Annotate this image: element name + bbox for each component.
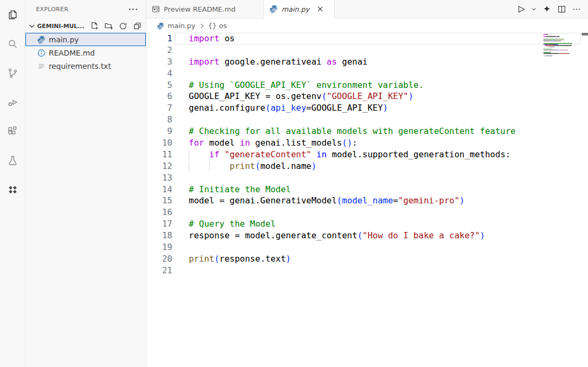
activity-bar-item-search[interactable] [0, 29, 25, 58]
line-number: 1 [146, 33, 172, 44]
line-number: 20 [146, 253, 172, 265]
code-line[interactable]: 4 [146, 68, 588, 79]
activity-bar-item-gemini-extension[interactable] [0, 175, 25, 204]
breadcrumb-file[interactable]: main.py [168, 22, 196, 30]
code-text: print(model.name) [189, 160, 317, 172]
testing-icon [6, 154, 19, 167]
code-text: import os [189, 33, 235, 44]
more-actions-icon[interactable]: ··· [128, 6, 138, 13]
code-line[interactable]: 21 [146, 265, 588, 276]
code-line[interactable]: 12 print(model.name) [146, 160, 588, 172]
breadcrumb: main.py {} os [146, 19, 588, 33]
code-text: # Initiate the Model [189, 184, 291, 195]
code-line[interactable]: 2 [146, 44, 588, 56]
explorer-sidebar: EXPLORER ··· GEMINI-MUL... main.pyREADME… [25, 0, 146, 367]
code-text: # Query the Model [189, 218, 276, 230]
code-line[interactable]: 13 [146, 172, 588, 184]
code-text: # Checking for all available models with… [189, 126, 516, 137]
file-label: requirements.txt [49, 62, 111, 70]
line-number: 12 [146, 160, 172, 172]
line-number: 3 [146, 56, 172, 68]
current-line-highlight [175, 33, 581, 44]
code-line[interactable]: 10for model in genai.list_models(): [146, 137, 588, 149]
tabs: Preview README.mdmain.py [146, 0, 335, 18]
activity-bar-item-run-debug[interactable] [0, 87, 25, 117]
tab-preview-readme-md[interactable]: Preview README.md [146, 0, 264, 18]
file-row-main-py[interactable]: main.py [25, 33, 146, 46]
code-line[interactable]: 1import os [146, 33, 588, 44]
sparkle-icon[interactable] [542, 4, 552, 14]
line-number: 7 [146, 102, 172, 114]
text-icon [37, 62, 46, 70]
code-text: genai.configure(api_key=GOOGLE_API_KEY) [189, 102, 388, 114]
code-line[interactable]: 5# Using `GOOGLE_API_KEY` environment va… [146, 79, 588, 91]
run-dropdown-icon[interactable] [531, 6, 537, 12]
code-line[interactable]: 7genai.configure(api_key=GOOGLE_API_KEY) [146, 102, 588, 114]
sidebar-title: EXPLORER [36, 6, 68, 13]
activity-bar-item-explorer[interactable] [0, 0, 25, 29]
line-number: 17 [146, 218, 172, 230]
activity-bar-item-source-control[interactable] [0, 58, 25, 87]
code-text: # Using `GOOGLE_API_KEY` environment var… [189, 79, 424, 91]
editor-group: Preview README.mdmain.py main.py {} os 1… [146, 0, 588, 367]
run-icon[interactable] [516, 4, 526, 14]
line-number: 5 [146, 79, 172, 91]
tab-label: main.py [282, 5, 310, 13]
line-number: 11 [146, 149, 172, 160]
run-debug-icon [6, 96, 19, 109]
code-text: import google.generativeai as genai [189, 56, 367, 68]
code-line[interactable]: 20print(response.text) [146, 253, 588, 265]
python-icon [269, 5, 278, 13]
code-line[interactable]: 14# Initiate the Model [146, 184, 588, 195]
code-line[interactable]: 19 [146, 241, 588, 253]
code-line[interactable]: 18response = model.generate_content("How… [146, 230, 588, 241]
info-icon [37, 49, 46, 57]
vscode-window: EXPLORER ··· GEMINI-MUL... main.pyREADME… [0, 0, 588, 367]
close-icon[interactable] [316, 5, 324, 13]
python-icon [157, 22, 164, 30]
line-number: 21 [146, 265, 172, 276]
code-text: GOOGLE_API_KEY = os.getenv("GOOGLE_API_K… [189, 91, 414, 102]
code-line[interactable]: 6GOOGLE_API_KEY = os.getenv("GOOGLE_API_… [146, 91, 588, 102]
code-line[interactable]: 15model = genai.GenerativeModel(model_na… [146, 195, 588, 207]
symbol-namespace-icon: {} [208, 22, 217, 30]
code-line[interactable]: 17# Query the Model [146, 218, 588, 230]
file-list: main.pyREADME.mdrequirements.txt [25, 33, 146, 73]
folder-name: GEMINI-MUL... [37, 23, 84, 30]
activity-bar [0, 0, 25, 367]
more-icon[interactable] [572, 4, 582, 14]
tab-label: Preview README.md [164, 5, 235, 13]
code-line[interactable]: 11 if "generateContent" in model.support… [146, 149, 588, 160]
code-line[interactable]: 9# Checking for all available models wit… [146, 126, 588, 137]
refresh-icon[interactable] [119, 22, 127, 30]
chevron-down-icon[interactable] [28, 22, 36, 30]
activity-bar-item-extensions[interactable] [0, 117, 25, 146]
collapse-all-icon[interactable] [133, 22, 142, 30]
gemini-extension-icon [6, 183, 19, 196]
code-lines: 1import os23import google.generativeai a… [146, 33, 588, 276]
section-actions [90, 22, 142, 30]
preview-icon [152, 5, 160, 13]
split-editor-icon[interactable] [557, 4, 567, 14]
overview-ruler-cursor [582, 33, 588, 35]
new-file-icon[interactable] [90, 22, 99, 30]
code-line[interactable]: 3import google.generativeai as genai [146, 56, 588, 68]
tab-main-py[interactable]: main.py [264, 0, 335, 18]
line-number: 18 [146, 230, 172, 241]
line-number: 15 [146, 195, 172, 207]
file-row-requirements-txt[interactable]: requirements.txt [25, 59, 146, 73]
extensions-icon [6, 125, 19, 138]
line-number: 13 [146, 172, 172, 184]
minimap-line [543, 57, 581, 58]
editor[interactable]: 1import os23import google.generativeai a… [146, 33, 588, 367]
folder-section-header[interactable]: GEMINI-MUL... [25, 20, 146, 32]
chevron-right-icon [198, 22, 206, 30]
breadcrumb-symbol[interactable]: os [219, 22, 227, 30]
new-folder-icon[interactable] [104, 22, 113, 30]
minimap[interactable] [543, 34, 581, 58]
code-line[interactable]: 16 [146, 207, 588, 218]
code-line[interactable]: 8 [146, 114, 588, 126]
activity-bar-item-testing[interactable] [0, 146, 25, 175]
file-row-readme-md[interactable]: README.md [25, 46, 146, 59]
code-text: print(response.text) [189, 253, 291, 265]
